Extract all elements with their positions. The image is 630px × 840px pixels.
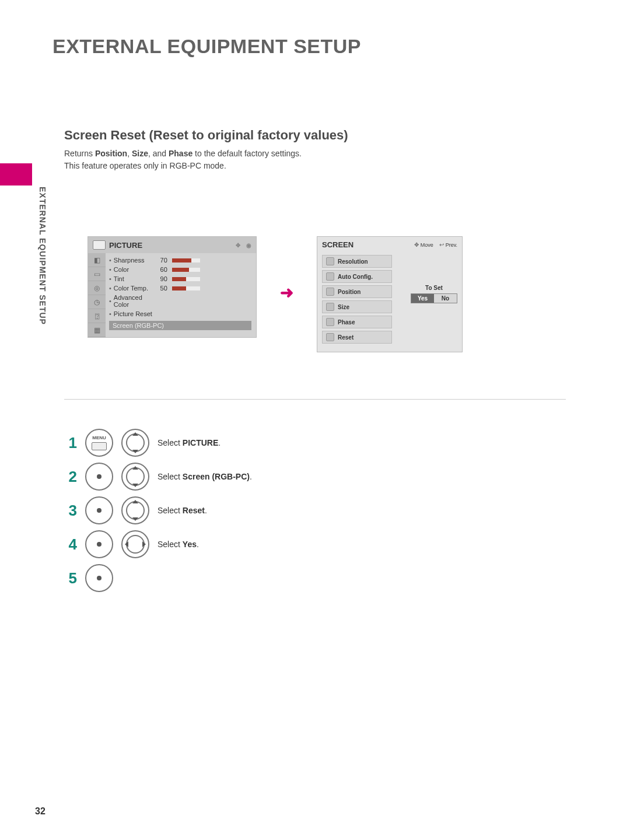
picture-side-icons: ◧ ▭ ◎ ◷ ⍰ ▦ bbox=[88, 253, 106, 337]
setting-row: •Sharpness 70 bbox=[109, 256, 251, 265]
item-icon bbox=[326, 272, 334, 281]
yes-no-toggle: Yes No bbox=[411, 293, 457, 303]
yes-option: Yes bbox=[411, 294, 434, 303]
setting-row: •Advanced Color bbox=[109, 293, 251, 309]
side-icon: ▦ bbox=[88, 323, 106, 337]
to-set-label: To Set bbox=[411, 285, 457, 291]
setting-row: •Color 60 bbox=[109, 265, 251, 274]
slider-bar bbox=[172, 268, 200, 272]
prev-icon: ↩ bbox=[439, 242, 444, 248]
picture-panel-header: PICTURE ✥ ◉ bbox=[88, 237, 256, 253]
picture-menu-panel: PICTURE ✥ ◉ ◧ ▭ ◎ ◷ ⍰ ▦ •Sharpness bbox=[88, 236, 257, 338]
screen-item: Position bbox=[322, 285, 392, 298]
screen-item: Size bbox=[322, 300, 392, 313]
step-number: 3 bbox=[64, 502, 77, 520]
enter-button-icon bbox=[85, 496, 113, 524]
monitor-icon bbox=[93, 240, 106, 250]
up-down-button-icon bbox=[121, 496, 149, 524]
step-number: 1 bbox=[64, 434, 77, 452]
side-icon: ◎ bbox=[88, 281, 106, 295]
step-text: Select Reset. bbox=[158, 506, 207, 515]
side-tab-accent bbox=[0, 163, 32, 186]
step-text: Select PICTURE. bbox=[158, 438, 220, 447]
menu-button-icon: MENU bbox=[85, 429, 113, 457]
screen-item: Resolution bbox=[322, 255, 392, 268]
step-number: 5 bbox=[64, 569, 77, 587]
no-option: No bbox=[434, 294, 457, 303]
enter-icon: ◉ bbox=[246, 242, 251, 249]
step-text: Select Yes. bbox=[158, 540, 199, 549]
enter-button-icon bbox=[85, 564, 113, 592]
screen-item: Auto Config. bbox=[322, 270, 392, 283]
setting-row: •Color Temp. 50 bbox=[109, 284, 251, 293]
section-description: Returns Position, Size, and Phase to the… bbox=[64, 148, 595, 172]
section-title: Screen Reset (Reset to original factory … bbox=[64, 128, 595, 143]
picture-header-label: PICTURE bbox=[109, 241, 142, 250]
slider-bar bbox=[172, 277, 200, 281]
enter-button-icon bbox=[85, 530, 113, 558]
item-icon bbox=[326, 288, 334, 296]
screen-rgb-pc-row: Screen (RGB-PC) bbox=[109, 321, 251, 330]
screen-item: Reset bbox=[322, 331, 392, 344]
item-icon bbox=[326, 333, 334, 341]
step-row: 3Select Reset. bbox=[64, 496, 595, 524]
side-vertical-label: EXTERNAL EQUIPMENT SETUP bbox=[38, 187, 47, 325]
step-row: 2Select Screen (RGB-PC). bbox=[64, 463, 595, 491]
slider-bar bbox=[172, 258, 200, 262]
side-icon: ◧ bbox=[88, 253, 106, 267]
side-icon: ⍰ bbox=[88, 309, 106, 323]
section-divider bbox=[64, 399, 566, 400]
step-row: 4Select Yes. bbox=[64, 530, 595, 558]
screen-menu-panel: SCREEN ✥ Move ↩ Prev. Resolution Auto Co… bbox=[317, 236, 463, 352]
up-down-button-icon bbox=[121, 429, 149, 457]
item-icon bbox=[326, 303, 334, 311]
side-icon: ▭ bbox=[88, 267, 106, 281]
step-row: 1MENUSelect PICTURE. bbox=[64, 429, 595, 457]
up-down-button-icon bbox=[121, 463, 149, 491]
step-row: 5 bbox=[64, 564, 595, 592]
move-icon: ✥ bbox=[236, 242, 240, 249]
enter-button-icon bbox=[85, 463, 113, 491]
setting-row: •Tint 90 bbox=[109, 274, 251, 284]
item-icon bbox=[326, 257, 334, 265]
slider-bar bbox=[172, 286, 200, 290]
step-number: 2 bbox=[64, 468, 77, 486]
setting-row: •Picture Reset bbox=[109, 309, 251, 318]
screen-item: Phase bbox=[322, 316, 392, 328]
left-right-button-icon bbox=[121, 530, 149, 558]
screen-panel-header: SCREEN ✥ Move ↩ Prev. bbox=[317, 237, 462, 253]
page-title: EXTERNAL EQUIPMENT SETUP bbox=[52, 35, 595, 58]
page-number: 32 bbox=[35, 806, 46, 817]
move-icon: ✥ bbox=[414, 242, 419, 248]
item-icon bbox=[326, 318, 334, 326]
arrow-right-icon: ➜ bbox=[280, 283, 293, 302]
step-number: 4 bbox=[64, 536, 77, 554]
step-text: Select Screen (RGB-PC). bbox=[158, 472, 252, 481]
steps-list: 1MENUSelect PICTURE.2Select Screen (RGB-… bbox=[64, 429, 595, 592]
side-icon: ◷ bbox=[88, 295, 106, 309]
